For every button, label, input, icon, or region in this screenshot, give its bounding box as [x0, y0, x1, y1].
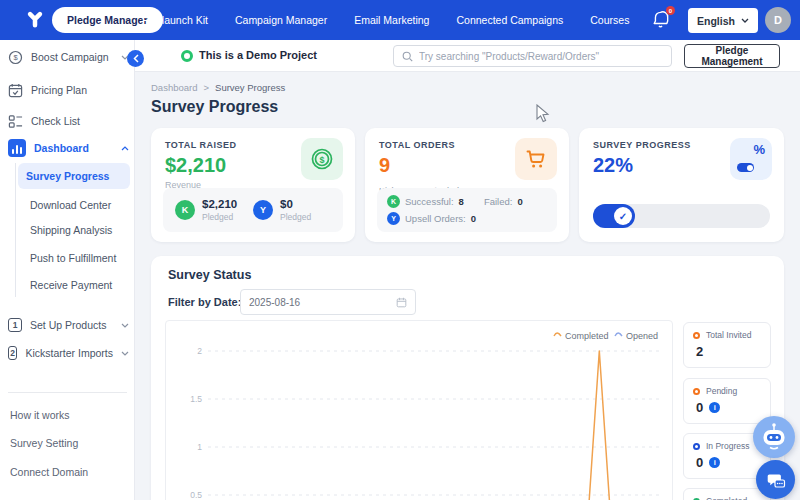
page-title: Survey Progress — [151, 98, 278, 116]
date-input[interactable] — [249, 297, 396, 308]
successful-value: 8 — [459, 196, 464, 207]
sidebar-item-label: Boost Campaign — [31, 51, 109, 63]
global-search[interactable] — [393, 45, 672, 67]
svg-text:$: $ — [13, 53, 18, 62]
orange-dot-icon — [693, 388, 700, 395]
sidebar-item-boost-campaign[interactable]: $ Boost Campaign — [8, 47, 129, 67]
orders-row-2: Y Upsell Orders:0 — [387, 212, 547, 225]
ytick-0-5: 0.5 — [190, 490, 202, 500]
legend-completed[interactable]: Completed — [554, 331, 609, 341]
sidebar-item-how-it-works[interactable]: How it works — [10, 405, 130, 425]
failed-label: Failed: — [484, 196, 513, 207]
pledge-management-button[interactable]: Pledge Management — [684, 44, 780, 68]
check-icon: ✓ — [614, 207, 632, 225]
pledgebox-icon: Y — [387, 212, 400, 225]
sidebar-collapse-button[interactable] — [127, 50, 144, 67]
total-orders-card: TOTAL ORDERS 9 Kickstarter8 | PledgeBox1… — [365, 128, 569, 242]
kickstarter-icon: K — [387, 195, 400, 208]
completed-legend-label: Completed — [565, 331, 609, 341]
main-content: Dashboard > Survey Progress Survey Progr… — [135, 72, 800, 500]
sidebar-item-kickstarter-imports[interactable]: 2 Kickstarter Imports — [8, 343, 129, 363]
pledgebox-icon: Y — [253, 200, 273, 220]
step-2-icon: 2 — [8, 346, 17, 360]
sidebar-child-label: Push to Fulfillment — [22, 252, 116, 264]
user-avatar[interactable]: D — [765, 7, 791, 33]
breadcrumb-separator: > — [203, 82, 209, 93]
app-screen: Pledge Manager Pre-launch Kit Campaign M… — [0, 0, 800, 500]
nav-campaign-manager[interactable]: Campaign Manager — [235, 14, 327, 26]
nav-email-marketing[interactable]: Email Marketing — [354, 14, 429, 26]
chevron-up-icon — [121, 146, 129, 151]
total-invited-card: Total Invited 2 — [683, 322, 771, 368]
notifications-button[interactable]: 0 — [652, 10, 672, 30]
successful-label: Successful: — [405, 196, 454, 207]
dashboard-icon — [8, 139, 26, 157]
sidebar-item-receive-payment[interactable]: Receive Payment — [22, 275, 130, 295]
chat-bubbles-icon — [766, 470, 786, 490]
pledgebox-pledged-value: $0 — [280, 198, 311, 211]
calendar-icon — [396, 297, 407, 308]
demo-project-label: This is a Demo Project — [199, 49, 317, 61]
info-icon[interactable]: i — [709, 402, 720, 413]
date-filter-field[interactable] — [240, 289, 416, 315]
sidebar: $ Boost Campaign Pricing Plan Check List… — [0, 40, 135, 500]
sidebar-item-label: Check List — [31, 115, 80, 127]
mini-card-label: In Progress — [706, 441, 749, 451]
kickstarter-pledged-value: $2,210 — [202, 198, 237, 211]
sidebar-item-pricing-plan[interactable]: Pricing Plan — [8, 80, 129, 100]
sidebar-item-set-up-products[interactable]: 1 Set Up Products — [8, 315, 129, 335]
survey-status-title: Survey Status — [168, 268, 251, 282]
percent-toggle-icon: % — [730, 138, 772, 180]
pending-value: 0 — [696, 400, 703, 415]
sidebar-item-push-to-fulfillment[interactable]: Push to Fulfillment — [22, 248, 130, 268]
cart-icon — [515, 138, 557, 180]
sidebar-item-label: Pricing Plan — [31, 84, 87, 96]
breadcrumb-current: Survey Progress — [215, 82, 285, 93]
survey-status-card: Survey Status Filter by Date: 2 1.5 1 0 — [151, 256, 784, 500]
mini-card-label: Pending — [706, 386, 737, 396]
mini-card-label: Total Invited — [706, 330, 751, 340]
completed-series-line — [586, 351, 612, 500]
sidebar-child-label: Receive Payment — [22, 279, 112, 291]
sidebar-item-dashboard[interactable]: Dashboard — [8, 138, 129, 158]
chatbot-button[interactable] — [753, 416, 795, 458]
sidebar-item-label: Connect Domain — [10, 466, 88, 478]
chevron-down-icon — [741, 18, 749, 23]
info-icon[interactable]: i — [709, 457, 720, 468]
nav-prelaunch-kit[interactable]: Pre-launch Kit — [142, 14, 208, 26]
sidebar-child-label: Survey Progress — [18, 170, 109, 182]
pledged-breakdown: K $2,210 Pledged Y $0 Pledged — [163, 188, 343, 232]
language-selector[interactable]: English — [688, 8, 758, 33]
dollar-coin-icon: $ — [301, 138, 343, 180]
language-label: English — [697, 15, 735, 27]
mini-card-label: Completed — [706, 496, 747, 500]
sidebar-item-label: Dashboard — [34, 142, 89, 154]
sidebar-item-label: Kickstarter Imports — [25, 347, 113, 359]
survey-progress-bar[interactable]: ✓ — [593, 204, 770, 228]
chat-button[interactable] — [756, 460, 795, 499]
sidebar-item-survey-progress[interactable]: Survey Progress — [18, 163, 130, 189]
chevron-down-icon — [121, 323, 129, 328]
sidebar-item-check-list[interactable]: Check List — [8, 111, 129, 131]
sidebar-child-label: Download Center — [22, 199, 111, 211]
completed-card: Completed — [683, 488, 771, 500]
sidebar-child-label: Shipping Analysis — [22, 224, 112, 236]
checklist-icon — [8, 114, 23, 129]
sidebar-item-connect-domain[interactable]: Connect Domain — [10, 462, 130, 482]
primary-nav: Pre-launch Kit Campaign Manager Email Ma… — [142, 0, 629, 40]
nav-connected-campaigns[interactable]: Connected Campaigns — [456, 14, 563, 26]
breadcrumb-parent[interactable]: Dashboard — [151, 82, 197, 93]
chevron-left-icon — [133, 54, 139, 63]
nav-courses[interactable]: Courses — [590, 14, 629, 26]
pledgebox-pledged: Y $0 Pledged — [253, 198, 331, 221]
sidebar-item-shipping-analysis[interactable]: Shipping Analysis — [22, 220, 130, 240]
sidebar-item-survey-setting[interactable]: Survey Setting — [10, 433, 130, 453]
line-chart: 2 1.5 1 0.5 Completed Opened — [166, 321, 673, 500]
blue-dot-icon — [693, 443, 700, 450]
legend-opened[interactable]: Opened — [615, 331, 658, 341]
kickstarter-icon: K — [175, 200, 195, 220]
content-topbar: This is a Demo Project Pledge Management — [135, 40, 800, 72]
opened-legend-label: Opened — [626, 331, 658, 341]
sidebar-item-download-center[interactable]: Download Center — [22, 195, 130, 215]
search-input[interactable] — [419, 51, 663, 62]
